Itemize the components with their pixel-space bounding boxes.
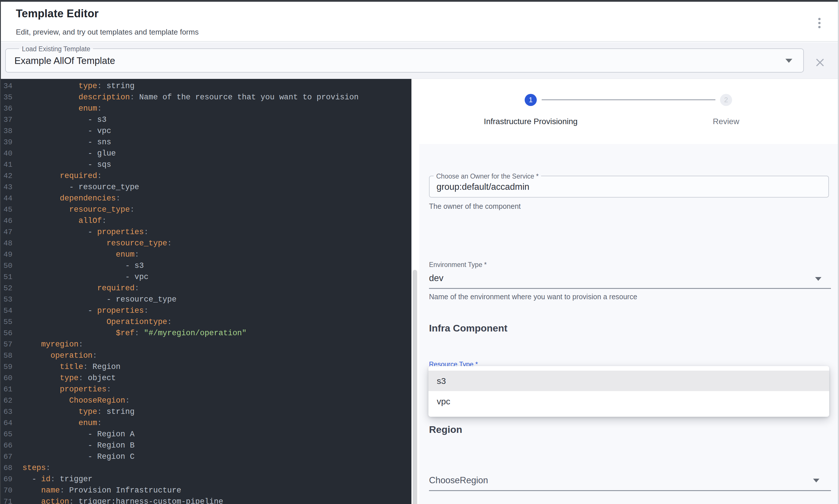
- owner-input-label: Choose an Owner for the Service *: [434, 172, 541, 181]
- code-line: 61 properties:: [0, 384, 411, 395]
- code-line: 58 operation:: [0, 350, 411, 361]
- line-number: 67: [0, 451, 22, 463]
- choose-region-underline: [429, 490, 831, 491]
- code-text: action: trigger:harness-custom-pipeline: [22, 496, 223, 504]
- code-text: - vpc: [22, 126, 111, 137]
- line-number: 54: [0, 305, 22, 317]
- code-line: 64 enum:: [0, 418, 411, 429]
- code-text: steps:: [22, 463, 50, 474]
- line-number: 36: [0, 103, 22, 114]
- line-number: 56: [0, 328, 22, 339]
- code-line: 70 name: Provision Infrastructure: [0, 485, 411, 496]
- editor-scrollbar-track: [411, 79, 419, 504]
- line-number: 57: [0, 339, 22, 350]
- code-text: $ref: "#/myregion/operation": [22, 328, 247, 339]
- line-number: 46: [0, 215, 22, 227]
- code-line: 46 allOf:: [0, 215, 411, 227]
- editor-scrollbar-thumb[interactable]: [413, 270, 417, 504]
- code-text: properties:: [22, 384, 111, 395]
- environment-type-label: Environment Type *: [429, 261, 487, 269]
- line-number: 43: [0, 182, 22, 193]
- line-number: 70: [0, 485, 22, 496]
- code-text: - glue: [22, 148, 116, 159]
- code-text: - resource_type: [22, 182, 139, 193]
- step-1-indicator: 1: [525, 94, 537, 106]
- line-number: 65: [0, 429, 22, 440]
- line-number: 39: [0, 137, 22, 148]
- line-number: 61: [0, 384, 22, 395]
- code-text: title: Region: [22, 361, 121, 373]
- line-number: 63: [0, 407, 22, 418]
- code-text: enum:: [22, 249, 139, 260]
- line-number: 64: [0, 418, 22, 429]
- code-line: 52 required:: [0, 283, 411, 294]
- environment-type-select[interactable]: dev: [429, 273, 443, 283]
- code-line: 57 myregion:: [0, 339, 411, 350]
- code-line: 39 - sns: [0, 137, 411, 148]
- line-number: 45: [0, 204, 22, 215]
- code-line: 40 - glue: [0, 148, 411, 159]
- code-line: 69 - id: trigger: [0, 474, 411, 485]
- code-text: type: string: [22, 407, 135, 418]
- line-number: 55: [0, 317, 22, 328]
- environment-helper-text: Name of the environment where you want t…: [429, 293, 637, 301]
- line-number: 48: [0, 238, 22, 249]
- load-existing-template-value: Example AllOf Template: [14, 55, 115, 66]
- code-text: - properties:: [22, 227, 148, 238]
- owner-input[interactable]: Choose an Owner for the Service * group:…: [429, 176, 829, 198]
- code-text: - s3: [22, 260, 144, 272]
- load-existing-template-select[interactable]: Load Existing Template Example AllOf Tem…: [5, 48, 804, 73]
- code-line: 49 enum:: [0, 249, 411, 260]
- code-line: 38 - vpc: [0, 126, 411, 137]
- code-text: enum:: [22, 418, 102, 429]
- infra-component-heading: Infra Component: [429, 323, 507, 334]
- code-editor[interactable]: 34 type: string35 description: Name of t…: [0, 79, 411, 504]
- step-2-indicator: 2: [720, 94, 732, 106]
- code-line: 55 Operationtype:: [0, 317, 411, 328]
- line-number: 37: [0, 114, 22, 126]
- clear-template-button[interactable]: [814, 56, 826, 69]
- code-text: name: Provision Infrastructure: [22, 485, 181, 496]
- code-line: 47 - properties:: [0, 227, 411, 238]
- chevron-down-icon: [815, 277, 821, 281]
- code-text: - id: trigger: [22, 474, 92, 485]
- line-number: 62: [0, 395, 22, 407]
- code-text: required:: [22, 283, 139, 294]
- choose-region-select[interactable]: ChooseRegion: [429, 475, 488, 486]
- line-number: 49: [0, 249, 22, 260]
- more-vert-icon: [818, 18, 821, 28]
- step-1-label: Infrastructure Provisioning: [484, 117, 577, 126]
- template-loader-bar: Load Existing Template Example AllOf Tem…: [0, 42, 839, 79]
- resource-type-menu: s3vpc: [428, 366, 829, 417]
- line-number: 51: [0, 272, 22, 283]
- owner-input-value: group:default/accadmin: [436, 182, 529, 192]
- code-text: type: string: [22, 80, 135, 92]
- code-line: 56 $ref: "#/myregion/operation": [0, 328, 411, 339]
- code-text: resource_type:: [22, 238, 172, 249]
- resource-type-option-s3[interactable]: s3: [428, 371, 829, 391]
- line-number: 38: [0, 126, 22, 137]
- code-line: 43 - resource_type: [0, 182, 411, 193]
- line-number: 34: [0, 80, 22, 92]
- code-text: myregion:: [22, 339, 83, 350]
- code-text: operation:: [22, 350, 97, 361]
- code-line: 44 dependencies:: [0, 193, 411, 204]
- code-line: 34 type: string: [0, 80, 411, 92]
- code-text: - properties:: [22, 305, 148, 317]
- more-options-button[interactable]: [811, 13, 827, 33]
- code-line: 65 - Region A: [0, 429, 411, 440]
- page-title: Template Editor: [16, 7, 99, 20]
- code-line: 51 - vpc: [0, 272, 411, 283]
- code-text: - sqs: [22, 159, 111, 170]
- resource-type-option-vpc[interactable]: vpc: [428, 391, 829, 412]
- code-line: 35 description: Name of the resource tha…: [0, 92, 411, 103]
- code-line: 59 title: Region: [0, 361, 411, 373]
- code-text: enum:: [22, 103, 102, 114]
- environment-select-underline: [429, 288, 831, 289]
- code-text: - s3: [22, 114, 107, 126]
- line-number: 60: [0, 373, 22, 384]
- code-text: description: Name of the resource that y…: [22, 92, 359, 103]
- page-header: Template Editor Edit, preview, and try o…: [0, 2, 839, 42]
- line-number: 41: [0, 159, 22, 170]
- line-number: 68: [0, 463, 22, 474]
